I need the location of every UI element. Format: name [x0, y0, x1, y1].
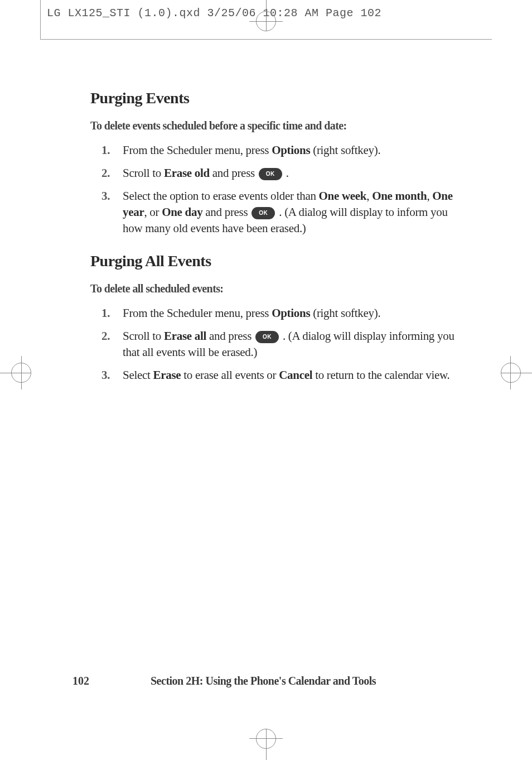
step-text: to erase all events or	[181, 368, 279, 382]
list-item: 3. Select the option to erase events old…	[101, 188, 464, 237]
step-text: (right softkey).	[310, 306, 380, 320]
ok-button-icon	[259, 168, 282, 180]
intro-text: To delete events scheduled before a spec…	[90, 119, 464, 132]
print-header: LG LX125_STI (1.0).qxd 3/25/06 10:28 AM …	[47, 7, 381, 20]
step-number: 3.	[101, 367, 110, 383]
step-text: From the Scheduler menu, press	[123, 306, 272, 320]
bold-text: Erase old	[164, 166, 210, 180]
registration-mark-icon	[501, 363, 521, 383]
step-text: and press	[206, 329, 254, 343]
step-text: and press	[210, 166, 258, 180]
page-footer: 102 Section 2H: Using the Phone's Calend…	[72, 675, 463, 687]
step-text: , or	[144, 205, 162, 219]
registration-mark-icon	[11, 363, 31, 383]
ok-button-icon	[252, 207, 275, 219]
list-item: 2. Scroll to Erase all and press . (A di…	[101, 328, 464, 360]
bold-text: Erase	[153, 368, 181, 382]
list-item: 1. From the Scheduler menu, press Option…	[101, 142, 464, 158]
step-number: 2.	[101, 328, 110, 344]
step-text: Scroll to	[123, 166, 164, 180]
step-text: .	[283, 166, 289, 180]
steps-list: 1. From the Scheduler menu, press Option…	[101, 142, 464, 237]
step-number: 1.	[101, 305, 110, 321]
bold-text: Cancel	[279, 368, 312, 382]
page-number: 102	[72, 675, 151, 687]
intro-text: To delete all scheduled events:	[90, 282, 464, 295]
heading-purging-all-events: Purging All Events	[90, 252, 464, 270]
step-text: Select	[123, 368, 153, 382]
step-text: ,	[427, 189, 432, 203]
crop-mark-bottom	[244, 715, 288, 760]
bold-text: Options	[272, 143, 310, 157]
list-item: 3. Select Erase to erase all events or C…	[101, 367, 464, 383]
step-text: ,	[366, 189, 372, 203]
footer-section-title: Section 2H: Using the Phone's Calendar a…	[151, 675, 376, 687]
bold-text: One week	[319, 189, 367, 203]
step-number: 3.	[101, 188, 110, 204]
crop-mark-right	[487, 350, 532, 395]
bold-text: One month	[372, 189, 427, 203]
crop-mark-left	[0, 350, 45, 395]
list-item: 1. From the Scheduler menu, press Option…	[101, 305, 464, 321]
step-text: to return to the calendar view.	[312, 368, 449, 382]
step-text: Scroll to	[123, 329, 164, 343]
step-text: (right softkey).	[310, 143, 380, 157]
steps-list: 1. From the Scheduler menu, press Option…	[101, 305, 464, 383]
bold-text: Erase all	[164, 329, 206, 343]
step-text: Select the option to erase events older …	[123, 189, 319, 203]
list-item: 2. Scroll to Erase old and press .	[101, 165, 464, 181]
bold-text: Options	[272, 306, 310, 320]
bold-text: One day	[162, 205, 202, 219]
frame-line-vertical	[40, 0, 41, 39]
page-content: Purging Events To delete events schedule…	[90, 89, 464, 399]
registration-mark-icon	[256, 729, 276, 749]
heading-purging-events: Purging Events	[90, 89, 464, 107]
step-number: 2.	[101, 165, 110, 181]
step-text: From the Scheduler menu, press	[123, 143, 272, 157]
registration-mark-icon	[256, 11, 276, 31]
crop-mark-top	[244, 0, 288, 45]
step-text: and press	[202, 205, 250, 219]
step-number: 1.	[101, 142, 110, 158]
ok-button-icon	[255, 331, 279, 343]
